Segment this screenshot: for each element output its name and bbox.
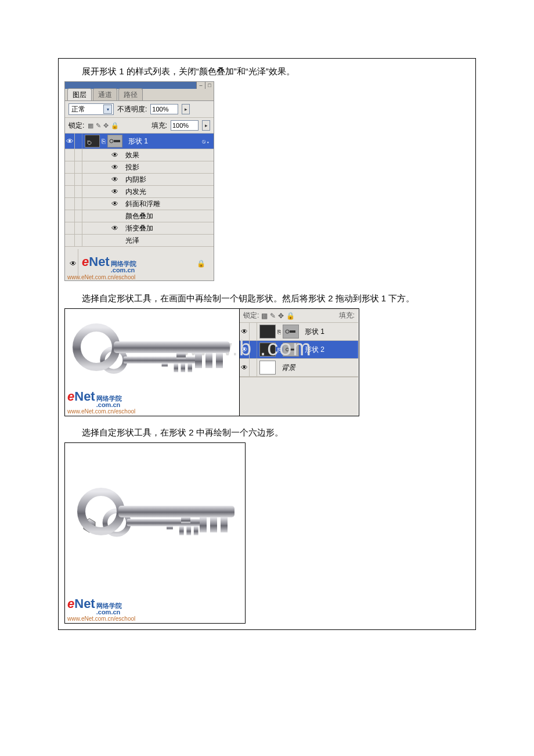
panel-footer: 👁 e Net 网络学院 .com.cn 🔒 www.eNet.com.cn/e… xyxy=(65,247,214,280)
layer-thumbs: ⎘ xyxy=(82,134,125,149)
document-frame: 展开形状 1 的样式列表，关闭“颜色叠加”和“光泽”效果。 – □ 图层 通道 … xyxy=(58,58,476,630)
tab-layers[interactable]: 图层 xyxy=(67,88,92,100)
tab-channels[interactable]: 通道 xyxy=(93,88,117,100)
lock-fill-row: 锁定: ▩ ✎ ✥ 🔒 填充: 100% ▸ xyxy=(65,118,214,134)
figure-3: e Net 网络学院 .com.cn www.eNet.com.cn/escho… xyxy=(64,442,246,624)
svg-rect-13 xyxy=(176,353,186,359)
lock-brush-icon[interactable]: ✎ xyxy=(270,312,276,320)
link-icon: ⎘ xyxy=(277,347,281,353)
enet-logo: e Net 网络学院 .com.cn www.eNet.com.cn/escho… xyxy=(67,389,135,415)
svg-rect-28 xyxy=(200,517,207,532)
svg-rect-1 xyxy=(114,140,120,142)
link-icon: ⎘ xyxy=(102,138,106,145)
layer-thumbnail xyxy=(259,325,276,339)
effect-satin[interactable]: 光泽 xyxy=(65,235,214,247)
layer-name: 形状 1 xyxy=(125,136,148,146)
svg-rect-9 xyxy=(114,341,230,353)
layers-panel: – □ 图层 通道 路径 正常 ▾ 不透明度: 100% ▸ 锁定: ▩ xyxy=(64,81,214,281)
svg-rect-7 xyxy=(162,363,168,367)
eye-off-icon[interactable] xyxy=(110,212,120,220)
effect-inner-glow[interactable]: 👁 内发光 xyxy=(65,186,214,198)
svg-rect-29 xyxy=(210,517,217,532)
mini-lock-row: 锁定: ▩ ✎ ✥ 🔒 填充: xyxy=(240,309,358,323)
lock-move-icon[interactable]: ✥ xyxy=(278,312,284,320)
effects-header[interactable]: 👁 效果 xyxy=(65,149,214,161)
lock-transparent-icon[interactable]: ▩ xyxy=(261,312,268,320)
eye-icon[interactable]: 👁 xyxy=(240,323,250,340)
svg-rect-19 xyxy=(127,519,204,526)
link-icon: ⎘ xyxy=(277,329,281,335)
blend-opacity-row: 正常 ▾ 不透明度: 100% ▸ xyxy=(65,101,214,118)
svg-rect-30 xyxy=(221,517,228,532)
visibility-toggle[interactable]: 👁 xyxy=(65,134,75,149)
instruction-2a: 选择自定形状工具，在画面中再绘制一个钥匙形状。然后将形状 2 拖动到形状 1 下… xyxy=(64,290,470,306)
effect-gradient-overlay[interactable]: 👁 渐变叠加 xyxy=(65,222,214,235)
lock-icon: 🔒 xyxy=(197,260,205,268)
layer-thumbnail xyxy=(85,135,100,147)
svg-rect-15 xyxy=(290,330,295,333)
lock-label: 锁定: xyxy=(68,121,84,131)
layer-thumbnail xyxy=(259,361,276,375)
svg-rect-5 xyxy=(181,363,186,372)
enet-logo: e Net 网络学院 .com.cn xyxy=(82,254,136,273)
fill-input[interactable]: 100% xyxy=(171,120,199,131)
eye-icon[interactable]: 👁 xyxy=(240,341,250,358)
blend-mode-select[interactable]: 正常 ▾ xyxy=(68,103,114,115)
opacity-label: 不透明度: xyxy=(117,105,147,114)
eye-icon[interactable]: 👁 xyxy=(110,151,120,159)
eye-icon[interactable]: 👁 xyxy=(240,359,250,376)
eye-icon[interactable]: 👁 xyxy=(110,200,120,208)
svg-rect-21 xyxy=(186,526,191,535)
svg-rect-11 xyxy=(205,353,212,368)
mini-layer-shape2[interactable]: 👁 ⎘ 形状 2 xyxy=(240,341,358,359)
lock-icons: ▩ ✎ ✥ 🔒 xyxy=(88,122,119,129)
key-with-hex xyxy=(67,480,241,596)
chevron-down-icon: ▾ xyxy=(103,105,112,114)
eye-icon[interactable]: 👁 xyxy=(110,224,120,232)
fill-slider-button[interactable]: ▸ xyxy=(202,120,210,131)
svg-rect-22 xyxy=(194,526,199,535)
effect-inner-shadow[interactable]: 👁 内阴影 xyxy=(65,174,214,186)
opacity-input[interactable]: 100% xyxy=(150,104,178,114)
fx-badge-icon[interactable]: ⍉▾ xyxy=(202,138,210,145)
figure-2: www.b .com xyxy=(64,308,359,416)
svg-rect-31 xyxy=(181,517,190,523)
tab-paths[interactable]: 路径 xyxy=(118,88,143,100)
effect-drop-shadow[interactable]: 👁 投影 xyxy=(65,161,214,174)
lock-brush-icon[interactable]: ✎ xyxy=(96,122,101,129)
svg-rect-6 xyxy=(188,363,193,372)
instruction-3: 选择自定形状工具，在形状 2 中再绘制一个六边形。 xyxy=(64,424,470,440)
blend-mode-value: 正常 xyxy=(71,105,85,114)
layer-shape1[interactable]: 👁 ⎘ 形状 1 ⍉▾ xyxy=(65,134,214,149)
effect-color-overlay[interactable]: 颜色叠加 xyxy=(65,210,214,222)
svg-point-16 xyxy=(286,348,289,351)
effect-bevel[interactable]: 👁 斜面和浮雕 xyxy=(65,198,214,210)
svg-rect-27 xyxy=(118,506,234,517)
mini-layer-background[interactable]: 👁 背景 xyxy=(240,359,358,377)
instruction-1: 展开形状 1 的样式列表，关闭“颜色叠加”和“光泽”效果。 xyxy=(64,63,470,79)
panel-tabs: 图层 通道 路径 xyxy=(65,89,214,101)
eye-icon[interactable]: 👁 xyxy=(110,188,120,196)
fill-label: 填充: xyxy=(151,121,167,131)
canvas-2: www.b .com xyxy=(65,309,240,416)
svg-rect-10 xyxy=(195,353,202,368)
lock-move-icon[interactable]: ✥ xyxy=(103,122,109,129)
opacity-slider-button[interactable]: ▸ xyxy=(182,104,190,114)
svg-rect-12 xyxy=(216,353,223,368)
svg-rect-4 xyxy=(174,363,179,372)
svg-point-0 xyxy=(110,139,113,143)
eye-off-icon[interactable] xyxy=(110,236,120,244)
enet-logo: e Net 网络学院 .com.cn www.eNet.com.cn/escho… xyxy=(67,596,135,622)
svg-rect-17 xyxy=(290,349,295,351)
layer-thumbnail xyxy=(259,343,276,357)
maximize-button[interactable]: □ xyxy=(205,82,214,89)
eye-icon[interactable]: 👁 xyxy=(110,175,120,183)
mask-thumbnail xyxy=(283,343,299,357)
minimize-button[interactable]: – xyxy=(196,82,205,89)
mini-layer-shape1[interactable]: 👁 ⎘ 形状 1 xyxy=(240,323,358,341)
lock-all-icon[interactable]: 🔒 xyxy=(111,122,119,129)
lock-all-icon[interactable]: 🔒 xyxy=(286,312,295,320)
lock-transparent-icon[interactable]: ▩ xyxy=(88,122,93,129)
mask-thumbnail xyxy=(107,135,122,147)
eye-icon[interactable]: 👁 xyxy=(110,163,120,171)
